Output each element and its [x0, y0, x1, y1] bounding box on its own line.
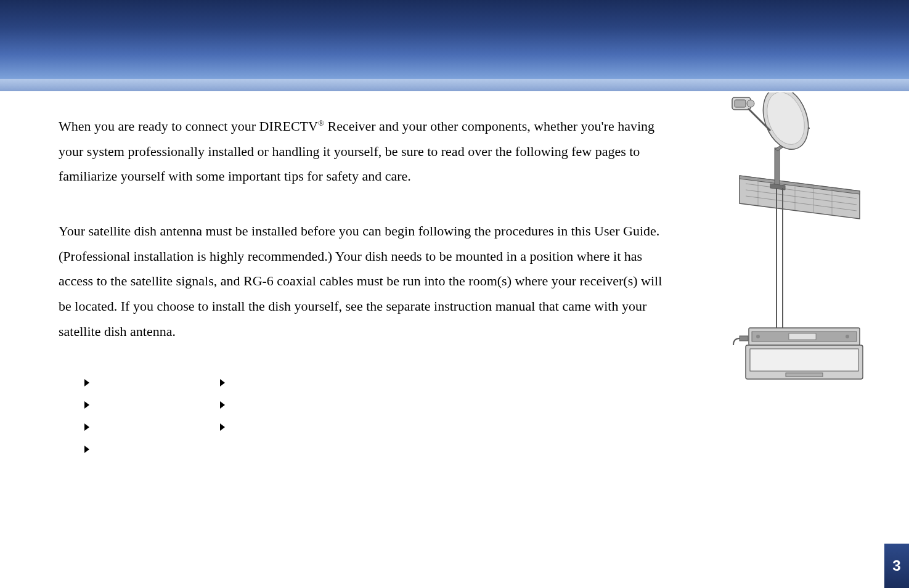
page-number-value: 3 [892, 557, 900, 574]
main-content: When you are ready to connect your DIREC… [59, 114, 662, 458]
registered-mark: ® [318, 118, 324, 128]
bullet-triangle-icon [84, 379, 89, 386]
header-band [0, 0, 909, 91]
bullet-triangle-icon [84, 423, 89, 431]
bullet-item [84, 419, 97, 436]
svg-rect-19 [789, 333, 816, 340]
svg-rect-22 [740, 336, 748, 341]
bullet-triangle-icon [84, 401, 89, 409]
bullet-col-2 [220, 374, 232, 458]
bullet-triangle-icon [220, 401, 225, 409]
bullet-item [84, 374, 97, 391]
bullet-list [59, 374, 662, 458]
page-number: 3 [884, 544, 909, 588]
intro-paragraph-1: When you are ready to connect your DIREC… [59, 114, 662, 189]
bullet-triangle-icon [84, 446, 89, 453]
bullet-item [220, 374, 232, 391]
bullet-item [84, 396, 97, 414]
bullet-col-1 [84, 374, 97, 458]
bullet-triangle-icon [220, 423, 225, 431]
bullet-item [220, 396, 232, 414]
svg-rect-13 [735, 100, 746, 107]
dish-receiver-icon [709, 92, 869, 382]
svg-point-21 [846, 335, 849, 338]
svg-rect-8 [775, 148, 780, 188]
svg-rect-24 [750, 349, 858, 371]
svg-point-20 [756, 335, 760, 338]
header-stripe [0, 79, 909, 91]
bullet-triangle-icon [220, 379, 225, 386]
bullet-item [84, 441, 97, 458]
bullet-item [220, 419, 232, 436]
satellite-illustration [709, 92, 869, 382]
svg-point-14 [747, 100, 754, 107]
svg-rect-25 [786, 373, 823, 377]
intro-paragraph-2: Your satellite dish antenna must be inst… [59, 219, 662, 344]
para1-text-before: When you are ready to connect your DIREC… [59, 118, 318, 134]
